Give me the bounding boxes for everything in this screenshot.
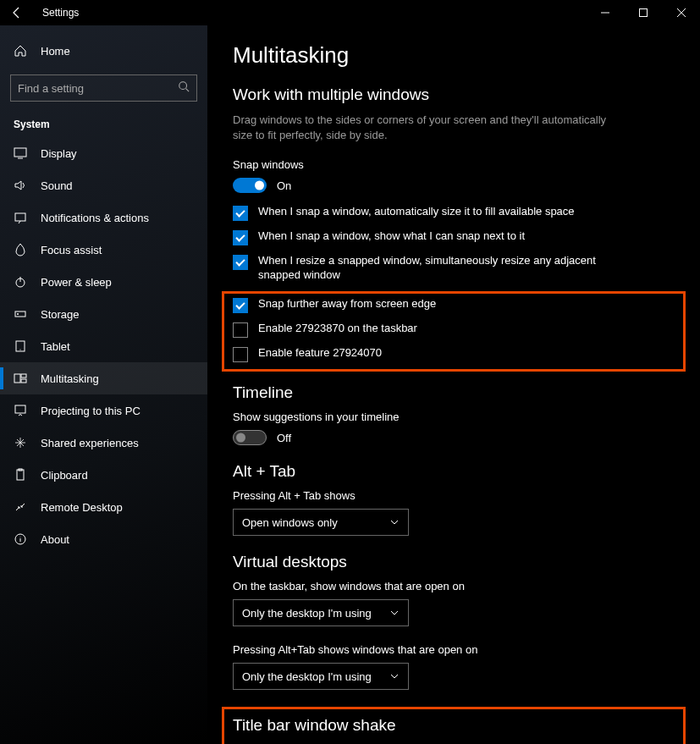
sidebar-item-remote-desktop[interactable]: Remote Desktop bbox=[0, 491, 207, 523]
search-box[interactable] bbox=[10, 74, 197, 102]
sidebar-item-shared-experiences[interactable]: Shared experiences bbox=[0, 427, 207, 459]
vd-label-2: Pressing Alt+Tab shows windows that are … bbox=[233, 643, 675, 656]
timeline-state: Off bbox=[277, 432, 291, 444]
timeline-label: Show suggestions in your timeline bbox=[233, 411, 675, 423]
check-snap-further-label: Snap further away from screen edge bbox=[258, 297, 436, 311]
sidebar-item-label: Sound bbox=[41, 179, 73, 192]
sidebar-item-label: Shared experiences bbox=[41, 437, 139, 449]
clipboard-icon bbox=[14, 468, 27, 482]
tablet-icon bbox=[14, 339, 27, 353]
power-icon bbox=[14, 275, 27, 289]
sidebar-item-multitasking[interactable]: Multitasking bbox=[0, 362, 207, 394]
svg-point-1 bbox=[179, 82, 187, 90]
sidebar-item-label: Storage bbox=[41, 308, 80, 321]
sidebar-item-label: Notifications & actions bbox=[41, 212, 149, 224]
notifications-icon bbox=[14, 211, 27, 224]
sidebar-item-label: Tablet bbox=[41, 340, 70, 353]
sidebar-item-storage[interactable]: Storage bbox=[0, 298, 207, 330]
chevron-down-icon bbox=[389, 608, 400, 618]
sidebar-item-label: Remote Desktop bbox=[41, 501, 123, 514]
highlight-box-2: Title bar window shake When I grab a win… bbox=[222, 707, 686, 744]
sidebar-item-label: Display bbox=[41, 147, 77, 160]
titlebar: Settings bbox=[0, 0, 700, 25]
sidebar-item-display[interactable]: Display bbox=[0, 137, 207, 169]
sidebar-item-sound[interactable]: Sound bbox=[0, 169, 207, 201]
work-description: Drag windows to the sides or corners of … bbox=[233, 113, 614, 143]
snap-windows-state: On bbox=[277, 179, 291, 192]
svg-rect-0 bbox=[639, 9, 647, 17]
svg-rect-9 bbox=[14, 374, 20, 383]
vd-dropdown-1[interactable]: Only the desktop I'm using bbox=[233, 599, 409, 626]
check-snap-suggest-label: When I snap a window, show what I can sn… bbox=[258, 229, 525, 244]
vd-dropdown-2[interactable]: Only the desktop I'm using bbox=[233, 663, 409, 690]
check-enable-27923870-label: Enable 27923870 on the taskbar bbox=[258, 322, 417, 336]
section-timeline-title: Timeline bbox=[233, 383, 675, 402]
sidebar: Home System Display Sound Notifications … bbox=[0, 25, 207, 744]
check-snap-fill[interactable] bbox=[233, 206, 248, 221]
back-button[interactable] bbox=[0, 0, 34, 25]
vd-label-1: On the taskbar, show windows that are op… bbox=[233, 580, 675, 592]
timeline-toggle[interactable] bbox=[233, 430, 267, 445]
minimize-button[interactable] bbox=[586, 0, 624, 25]
sound-icon bbox=[14, 179, 27, 192]
chevron-down-icon bbox=[389, 671, 400, 681]
chevron-down-icon bbox=[389, 517, 400, 527]
svg-rect-2 bbox=[14, 148, 26, 157]
search-input[interactable] bbox=[18, 82, 178, 95]
highlight-box-1: Snap further away from screen edge Enabl… bbox=[222, 291, 686, 372]
storage-icon bbox=[14, 307, 27, 321]
alttab-dropdown[interactable]: Open windows only bbox=[233, 509, 409, 536]
check-enable-27923870[interactable] bbox=[233, 322, 248, 338]
check-enable-27924070-label: Enable feature 27924070 bbox=[258, 346, 382, 361]
sidebar-item-tablet[interactable]: Tablet bbox=[0, 330, 207, 362]
svg-rect-5 bbox=[15, 311, 25, 317]
svg-rect-11 bbox=[21, 379, 26, 383]
sidebar-home-label: Home bbox=[41, 45, 70, 58]
section-work-title: Work with multiple windows bbox=[233, 85, 675, 104]
display-icon bbox=[14, 146, 27, 160]
search-icon bbox=[178, 80, 190, 96]
vd-value-1: Only the desktop I'm using bbox=[242, 607, 372, 620]
sidebar-item-projecting[interactable]: Projecting to this PC bbox=[0, 394, 207, 427]
svg-rect-10 bbox=[21, 374, 26, 378]
content-area: Multitasking Work with multiple windows … bbox=[207, 25, 700, 744]
svg-point-6 bbox=[17, 313, 19, 315]
svg-point-8 bbox=[19, 349, 20, 350]
projecting-icon bbox=[14, 404, 27, 417]
focus-assist-icon bbox=[14, 243, 27, 256]
check-snap-suggest[interactable] bbox=[233, 230, 248, 245]
check-enable-27924070[interactable] bbox=[233, 347, 248, 362]
snap-windows-label: Snap windows bbox=[233, 158, 675, 171]
check-snap-further[interactable] bbox=[233, 298, 248, 313]
sidebar-item-power-sleep[interactable]: Power & sleep bbox=[0, 266, 207, 298]
sidebar-item-label: Projecting to this PC bbox=[41, 405, 141, 417]
sidebar-item-label: Clipboard bbox=[41, 469, 88, 482]
about-icon bbox=[14, 532, 27, 546]
shared-icon bbox=[14, 436, 27, 449]
svg-rect-13 bbox=[17, 470, 24, 480]
close-button[interactable] bbox=[662, 0, 700, 25]
page-title: Multitasking bbox=[233, 42, 675, 69]
maximize-button[interactable] bbox=[624, 0, 662, 25]
alttab-value: Open windows only bbox=[242, 516, 338, 529]
sidebar-item-notifications[interactable]: Notifications & actions bbox=[0, 201, 207, 234]
svg-rect-12 bbox=[15, 405, 25, 413]
section-vd-title: Virtual desktops bbox=[233, 553, 675, 571]
section-alttab-title: Alt + Tab bbox=[233, 462, 675, 481]
sidebar-item-label: Multitasking bbox=[41, 372, 99, 385]
sidebar-item-about[interactable]: About bbox=[0, 523, 207, 555]
sidebar-item-clipboard[interactable]: Clipboard bbox=[0, 459, 207, 491]
section-shake-title: Title bar window shake bbox=[233, 716, 675, 735]
vd-value-2: Only the desktop I'm using bbox=[242, 670, 372, 683]
multitasking-icon bbox=[14, 372, 27, 385]
sidebar-home[interactable]: Home bbox=[0, 34, 207, 68]
remote-desktop-icon bbox=[14, 500, 27, 514]
snap-windows-toggle[interactable] bbox=[233, 178, 267, 193]
sidebar-category: System bbox=[0, 108, 207, 137]
check-snap-resize-label: When I resize a snapped window, simultan… bbox=[258, 254, 614, 283]
alttab-label: Pressing Alt + Tab shows bbox=[233, 489, 675, 502]
sidebar-item-focus-assist[interactable]: Focus assist bbox=[0, 234, 207, 266]
window-title: Settings bbox=[34, 7, 79, 19]
check-snap-resize[interactable] bbox=[233, 255, 248, 270]
sidebar-item-label: About bbox=[41, 533, 69, 546]
